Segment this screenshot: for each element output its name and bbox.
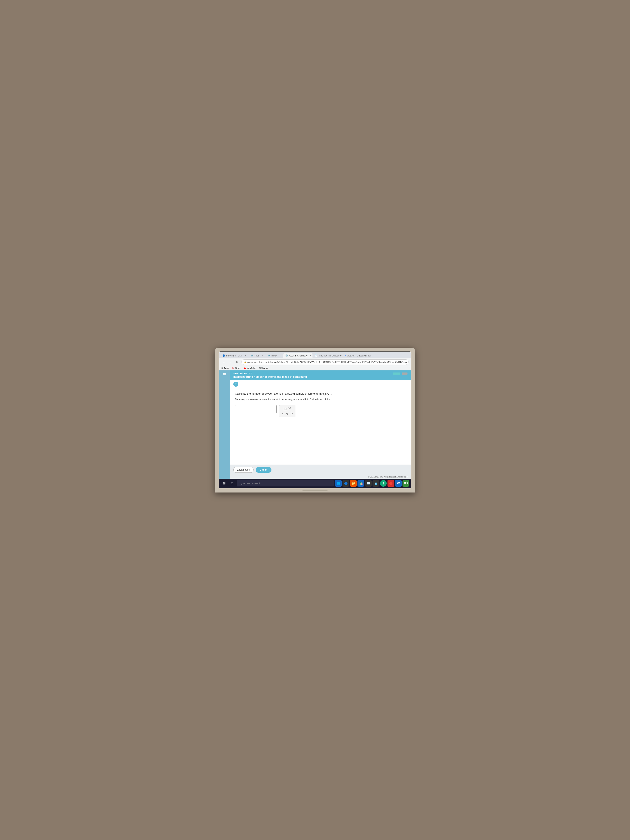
copyright-text: © 2021 McGraw-Hill Education. All Rights… (368, 475, 408, 478)
tab-inbox-icon: ⚙️ (268, 354, 270, 357)
taskbar-dollar-icon[interactable]: $ (380, 480, 387, 487)
tab-mcgraw[interactable]: 📄 McGraw-Hill Education ✕ (313, 353, 342, 358)
office-icon: 🔴 (389, 482, 393, 485)
tab-mywings[interactable]: 🔵 myWings - UNF ✕ (220, 353, 248, 358)
dollar-icon: $ (382, 482, 384, 485)
explanation-button[interactable]: Explanation (233, 467, 254, 473)
chevron-down-icon: ∨ (235, 383, 237, 385)
taskbar-icons: 🌐 🔵 📁 🛍️ ✉️ 💧 $ (335, 480, 409, 487)
taskbar-store-icon[interactable]: 🛍️ (357, 480, 364, 487)
section-header: STOICHIOMETRY Interconverting number of … (230, 370, 411, 380)
tab-files-icon: ⚙️ (251, 354, 253, 357)
question-body: Calculate the number of oxygen atoms in … (230, 388, 411, 464)
tab-mywings-label: myWings - UNF (226, 354, 243, 357)
laptop-base (219, 488, 411, 493)
cursor-indicator (237, 407, 237, 411)
tab-mywings-icon: 🔵 (223, 354, 225, 357)
mail-icon: ✉️ (367, 482, 370, 485)
apps-grid-icon: ⣿ (221, 367, 223, 369)
tab-mcgraw-icon: 📄 (315, 354, 317, 357)
laptop-notch (303, 489, 327, 491)
chevron-down-button[interactable]: ∨ (233, 382, 238, 387)
hamburger-menu-icon[interactable]: ☰ (223, 373, 226, 377)
taskbar-search-box[interactable]: ○ ype here to search (237, 480, 334, 486)
question-text: Calculate the number of oxygen atoms in … (235, 392, 406, 396)
tab-aleks-chemistry[interactable]: ⚙️ ALEKS Chemistry ✕ (283, 353, 313, 358)
answer-input[interactable] (238, 407, 275, 411)
sidebar: ☰ (219, 370, 230, 479)
taskbar: ⊞ □ ○ ype here to search 🌐 🔵 📁 🛍️ (219, 479, 411, 488)
help-button[interactable]: ? (291, 412, 293, 415)
tab-files[interactable]: ⚙️ Files ✕ (249, 353, 265, 358)
tab-aleks-close[interactable]: ✕ (309, 354, 311, 357)
tab-aleks-lindsay-icon: A (344, 354, 346, 357)
bookmark-maps-label: Maps (262, 367, 268, 369)
search-icon: ○ (239, 482, 240, 485)
bookmark-youtube[interactable]: ▶ YouTube (245, 367, 256, 369)
address-bar-row: ← → ↻ 🔒 www-awn.aleks.com/alekscgi/x/lsl… (219, 358, 411, 366)
unit-exponent-panel: □ ×10 × ↺ ? (279, 405, 295, 417)
tab-aleks-label: ALEKS Chemistry (289, 354, 308, 357)
gmail-icon: M (232, 367, 234, 369)
check-button[interactable]: Check (256, 467, 272, 473)
store-icon: 🛍️ (359, 482, 363, 485)
bookmark-apps-label: Apps (224, 367, 229, 369)
tab-files-label: Files (254, 354, 259, 357)
answer-input-box[interactable] (235, 405, 277, 413)
taskbar-search-text: ype here to search (242, 482, 261, 485)
taskbar-browser-icon[interactable]: 🌐 (335, 480, 342, 487)
taskbar-word-icon[interactable]: W (395, 480, 402, 487)
tab-aleks-lindsay[interactable]: A ALEKS - Lindsay Brook ✕ (343, 353, 372, 358)
youtube-icon: ▶ (245, 367, 246, 369)
task-view-button[interactable]: □ (229, 480, 235, 487)
tab-mcgraw-label: McGraw-Hill Education (319, 354, 342, 357)
copyright-bar: © 2021 McGraw-Hill Education. All Rights… (230, 475, 411, 479)
undo-button[interactable]: ↺ (286, 412, 289, 415)
main-area: STOICHIOMETRY Interconverting number of … (230, 370, 411, 479)
tab-inbox-close[interactable]: ✕ (279, 354, 281, 357)
sup-placeholder: ×10 (287, 407, 291, 409)
tab-aleks-lindsay-label: ALEKS - Lindsay Brook (347, 354, 371, 357)
excel-icon: APK (404, 482, 408, 485)
tab-inbox-label: Inbox (272, 354, 277, 357)
bookmark-gmail[interactable]: M Gmail (232, 367, 241, 369)
tab-mywings-close[interactable]: ✕ (245, 354, 246, 357)
header-controls (393, 373, 407, 374)
start-button[interactable]: ⊞ (221, 480, 227, 487)
bookmark-apps[interactable]: ⣿ Apps (221, 367, 229, 369)
bookmark-maps[interactable]: 🗺 Maps (259, 367, 268, 369)
taskbar-excel-icon[interactable]: APK (403, 480, 409, 487)
refresh-button[interactable]: ↻ (235, 360, 240, 365)
header-bar-btn-2[interactable] (402, 373, 407, 374)
header-bar-btn-1[interactable] (393, 373, 400, 374)
cross-button[interactable]: × (282, 412, 284, 415)
section-title: Interconverting number of atoms and mass… (233, 375, 307, 378)
tab-bar: 🔵 myWings - UNF ✕ ⚙️ Files ✕ ⚙️ Inbox ✕ … (219, 352, 411, 358)
section-label: STOICHIOMETRY (233, 373, 307, 375)
address-bar[interactable]: 🔒 www-awn.aleks.com/alekscgi/x/lsl.exe/1… (241, 359, 409, 365)
footer-bar: Explanation Check (230, 464, 411, 475)
tab-aleks-icon: ⚙️ (286, 354, 288, 357)
chrome-icon: 🔵 (344, 482, 348, 485)
browser-icon: 🌐 (337, 482, 340, 485)
word-icon: W (397, 482, 399, 485)
page-content: ☰ STOICHIOMETRY Interconverting number o… (219, 370, 411, 479)
back-button[interactable]: ← (221, 360, 226, 365)
question-note: Be sure your answer has a unit symbol if… (235, 398, 406, 401)
dropbox-icon: 💧 (374, 482, 378, 485)
lock-icon: 🔒 (244, 361, 246, 363)
exponent-display: □ ×10 (284, 407, 291, 411)
section-header-left: STOICHIOMETRY Interconverting number of … (233, 373, 307, 378)
bookmark-gmail-label: Gmail (235, 367, 241, 369)
taskbar-office-icon[interactable]: 🔴 (387, 480, 394, 487)
tab-inbox[interactable]: ⚙️ Inbox ✕ (265, 353, 283, 358)
panel-buttons: × ↺ ? (282, 412, 293, 415)
taskbar-files-icon[interactable]: 📁 (350, 480, 357, 487)
tab-files-close[interactable]: ✕ (262, 354, 263, 357)
url-text: www-awn.aleks.com/alekscgi/x/lsl.exe/1o_… (247, 361, 407, 363)
taskbar-chrome-icon[interactable]: 🔵 (343, 480, 349, 487)
bookmark-youtube-label: YouTube (247, 367, 256, 369)
taskbar-dropbox-icon[interactable]: 💧 (373, 480, 379, 487)
taskbar-mail-icon[interactable]: ✉️ (365, 480, 372, 487)
forward-button[interactable]: → (228, 360, 233, 365)
